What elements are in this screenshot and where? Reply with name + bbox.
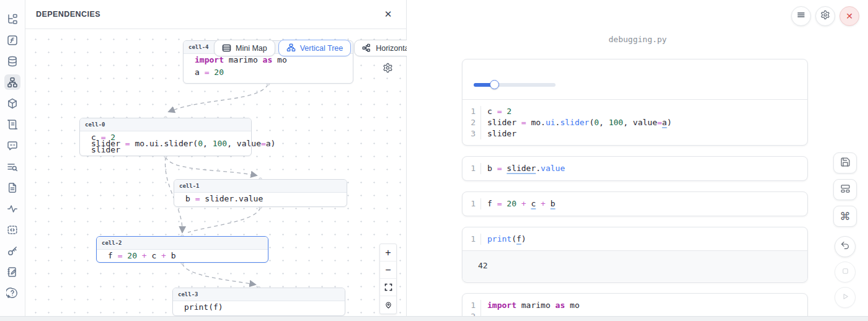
horizontal-tree-button[interactable]: Horizontal Tree — [354, 40, 407, 56]
zoom-in-button[interactable]: + — [380, 244, 396, 262]
code-editor[interactable]: 1c = 22slider = mo.ui.slider(0, 100, val… — [463, 100, 807, 145]
close-icon[interactable]: ✕ — [382, 8, 394, 20]
scratchpad-icon[interactable] — [4, 264, 20, 279]
code-editor[interactable]: 1f = 20 + c + b — [463, 192, 807, 215]
graph-node-code: print(f) — [173, 301, 345, 313]
cell-output-area — [463, 59, 807, 100]
graph-node-code: c = 2slider = mo.ui.slider(0, 100, value… — [80, 131, 251, 156]
shutdown-button[interactable]: ✕ — [839, 6, 859, 26]
function-icon[interactable] — [4, 32, 20, 48]
dependency-graph-canvas[interactable]: cell-4 import marimo as mo a = 20 cell-0… — [25, 29, 407, 316]
notebook-settings-button[interactable] — [815, 6, 835, 26]
center-selection-button[interactable] — [380, 296, 396, 314]
fit-view-button[interactable] — [380, 279, 396, 296]
graph-node-title: cell-0 — [80, 118, 251, 131]
snippets-icon[interactable] — [4, 222, 20, 237]
packages-icon[interactable] — [4, 95, 20, 111]
graph-settings-gear-icon[interactable] — [383, 63, 393, 76]
minimap-label: Mini Map — [236, 44, 267, 53]
dependencies-panel-header: DEPENDENCIES ✕ — [25, 0, 406, 29]
stop-icon — [841, 266, 850, 278]
slider-widget[interactable] — [474, 83, 556, 87]
save-button[interactable] — [833, 152, 857, 174]
code-editor[interactable]: 1print(f) — [463, 227, 807, 250]
graph-node-title: cell-2 — [97, 237, 268, 250]
undo-button[interactable] — [835, 236, 856, 257]
graph-node-title: cell-3 — [173, 288, 345, 301]
graph-node-code: f = 20 + c + b — [97, 250, 268, 262]
bottom-status-bar — [0, 316, 868, 321]
code-editor[interactable]: 1b = slider.value — [463, 157, 807, 180]
notebook-cell-slider: 1c = 22slider = mo.ui.slider(0, 100, val… — [462, 59, 808, 146]
notebook-area: debugging.py ✕ 1c = 22slider = mo.ui.sli… — [407, 0, 868, 316]
notebook-cell-f: 1f = 20 + c + b — [462, 191, 808, 216]
dependencies-panel: DEPENDENCIES ✕ — [25, 0, 407, 316]
notebook-menu-button[interactable] — [791, 6, 811, 26]
graph-zoom-controls: + − — [379, 244, 397, 314]
horizontal-tree-icon — [362, 43, 371, 53]
vertical-tree-button[interactable]: Vertical Tree — [278, 40, 351, 56]
graph-node-code: b = slider.value — [174, 193, 347, 204]
gear-icon — [820, 10, 830, 22]
graph-node-cell-0[interactable]: cell-0 c = 2slider = mo.ui.slider(0, 100… — [79, 118, 252, 156]
layout-icon — [840, 183, 851, 196]
run-button[interactable] — [835, 287, 856, 308]
graph-node-cell-2[interactable]: cell-2 f = 20 + c + b — [96, 236, 268, 263]
vertical-tree-label: Vertical Tree — [300, 44, 343, 53]
vertical-tree-icon — [286, 43, 296, 53]
secrets-icon[interactable] — [4, 243, 20, 258]
notebook-top-buttons: ✕ — [791, 6, 859, 26]
notebook-cell-b: 1b = slider.value — [462, 156, 808, 181]
marimo-app: DEPENDENCIES ✕ — [0, 0, 868, 321]
dependency-graph-icon[interactable] — [4, 74, 20, 90]
undo-icon — [840, 240, 850, 253]
left-icon-rail — [0, 0, 25, 316]
notebook-cell-print: 1print(f) 42 — [462, 227, 808, 283]
tracing-icon[interactable] — [4, 201, 20, 216]
graph-node-title: cell-1 — [174, 180, 347, 193]
datasources-icon[interactable] — [4, 53, 20, 69]
documentation-icon[interactable] — [4, 117, 20, 132]
dependencies-panel-title: DEPENDENCIES — [36, 10, 100, 19]
keyboard-shortcuts-button[interactable]: ⌘ — [833, 206, 857, 227]
stop-button[interactable] — [835, 262, 856, 283]
graph-node-code: import marimo as mo a = 20 — [184, 54, 353, 78]
minimap-button[interactable]: Mini Map — [214, 40, 275, 56]
command-icon: ⌘ — [840, 211, 851, 222]
play-icon — [841, 292, 850, 304]
layout-button[interactable] — [833, 179, 857, 200]
minimap-icon — [222, 43, 231, 53]
zoom-out-button[interactable]: − — [380, 262, 396, 279]
graph-node-cell-3[interactable]: cell-3 print(f) — [172, 288, 345, 316]
slider-thumb[interactable] — [490, 80, 499, 89]
file-explorer-icon[interactable] — [4, 11, 20, 27]
menu-icon — [797, 11, 805, 22]
chat-icon[interactable] — [4, 138, 20, 153]
help-icon[interactable] — [4, 285, 20, 301]
horizontal-tree-label: Horizontal Tree — [376, 44, 407, 53]
save-icon — [840, 157, 851, 170]
graph-view-toolbar: Mini Map Vertical Tree Horizontal Tree — [214, 40, 407, 56]
graph-node-cell-1[interactable]: cell-1 b = slider.value — [174, 179, 347, 207]
logs-icon[interactable] — [4, 180, 20, 195]
cell-console-output: 42 — [463, 250, 807, 281]
variable-explorer-icon[interactable] — [4, 159, 20, 174]
shutdown-icon: ✕ — [846, 11, 853, 21]
notebook-filename: debugging.py — [407, 35, 868, 44]
